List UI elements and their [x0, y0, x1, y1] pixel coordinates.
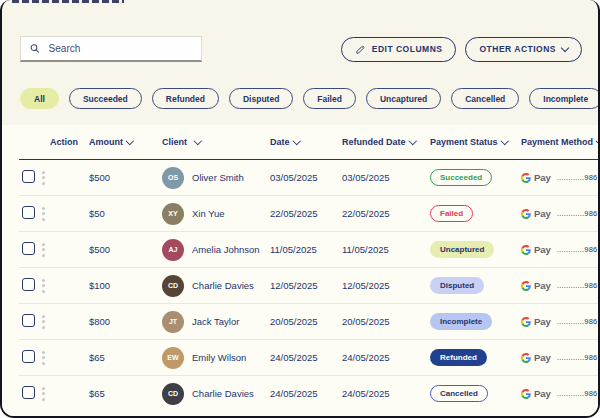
card-digits: ............986	[557, 245, 598, 254]
table-row: $50 XY Xin Yue 22/05/2025 22/05/2025 Fai…	[19, 196, 598, 232]
filter-failed[interactable]: Failed	[303, 88, 356, 109]
card-digits: ............986	[557, 209, 598, 218]
refunded-date-cell: 12/05/2025	[339, 280, 425, 291]
search-box[interactable]	[20, 36, 202, 62]
table-row: $500 AJ Amelia Johnson 11/05/2025 11/05/…	[19, 232, 598, 268]
avatar: AJ	[162, 239, 184, 261]
filter-uncaptured[interactable]: Uncaptured	[366, 88, 441, 109]
sort-chevron-icon	[194, 137, 202, 145]
google-pay-icon	[521, 389, 531, 399]
date-cell: 11/05/2025	[267, 244, 339, 255]
column-header-payment-method[interactable]: Payment Method	[509, 137, 600, 147]
filter-cancelled[interactable]: Cancelled	[451, 88, 519, 109]
refunded-date-cell: 24/05/2025	[339, 388, 425, 399]
card-digits: ............986	[557, 317, 598, 326]
amount-cell: $65	[86, 388, 160, 399]
row-select-checkbox[interactable]	[22, 242, 35, 255]
payment-status-cell: Cancelled	[425, 385, 509, 402]
status-badge: Succeeded	[430, 169, 492, 186]
payment-method-cell: Pay ............986	[509, 388, 598, 399]
gpay-label: Pay	[534, 172, 551, 183]
payment-method-cell: Pay ............986	[509, 208, 598, 219]
column-header-client[interactable]: Client	[160, 137, 267, 147]
client-name: Oliver Smith	[192, 172, 244, 183]
avatar: OS	[162, 167, 184, 189]
filter-refunded[interactable]: Refunded	[152, 88, 219, 109]
row-select-checkbox[interactable]	[22, 386, 35, 399]
filter-disputed[interactable]: Disputed	[229, 88, 293, 109]
row-select-checkbox[interactable]	[22, 206, 35, 219]
amount-cell: $65	[86, 352, 160, 363]
amount-cell: $50	[86, 208, 160, 219]
chevron-down-icon	[561, 43, 569, 51]
row-select-checkbox[interactable]	[22, 350, 35, 363]
row-actions-handle[interactable]	[42, 351, 52, 365]
client-cell: AJ Amelia Johnson	[160, 239, 267, 261]
gpay-label: Pay	[534, 352, 551, 363]
row-select-checkbox[interactable]	[22, 170, 35, 183]
date-cell: 24/05/2025	[267, 352, 339, 363]
avatar: CD	[162, 275, 184, 297]
row-actions-handle[interactable]	[42, 315, 52, 329]
gpay-label: Pay	[534, 388, 551, 399]
search-input[interactable]	[47, 42, 192, 55]
column-header-payment-status[interactable]: Payment Status	[425, 137, 509, 147]
sort-chevron-icon	[408, 137, 416, 145]
payments-table-section: Action Amount Client Date Refunded Date …	[2, 125, 598, 416]
filter-bar: All Succeeded Refunded Disputed Failed U…	[20, 88, 600, 109]
column-header-refunded-date[interactable]: Refunded Date	[339, 137, 425, 147]
status-badge: Failed	[430, 205, 473, 222]
client-name: Xin Yue	[192, 208, 225, 219]
card-digits: ............986	[557, 353, 598, 362]
table-row: $800 JT Jack Taylor 20/05/2025 20/05/202…	[19, 304, 598, 340]
gpay-label: Pay	[534, 316, 551, 327]
payment-status-cell: Succeeded	[425, 169, 509, 186]
payment-method-cell: Pay ............986	[509, 244, 598, 255]
pencil-icon	[355, 44, 366, 55]
payment-method-cell: Pay ............986	[509, 280, 598, 291]
google-pay-icon	[521, 245, 531, 255]
filter-all[interactable]: All	[20, 88, 59, 109]
row-actions-handle[interactable]	[42, 243, 52, 257]
table-header: Action Amount Client Date Refunded Date …	[19, 125, 598, 160]
refunded-date-cell: 11/05/2025	[339, 244, 425, 255]
card-digits: ............986	[557, 173, 598, 182]
sort-chevron-icon	[596, 137, 600, 145]
filter-incomplete[interactable]: Incomplete	[529, 88, 600, 109]
edit-columns-label: EDIT COLUMNS	[372, 44, 443, 54]
refunded-date-cell: 22/05/2025	[339, 208, 425, 219]
row-actions-handle[interactable]	[42, 279, 52, 293]
payments-panel: EDIT COLUMNS OTHER ACTIONS All Succeeded…	[0, 0, 600, 418]
amount-cell: $800	[86, 316, 160, 327]
row-select-checkbox[interactable]	[22, 314, 35, 327]
column-header-amount[interactable]: Amount	[86, 137, 160, 147]
toolbar-buttons: EDIT COLUMNS OTHER ACTIONS	[341, 37, 582, 62]
date-cell: 03/05/2025	[267, 172, 339, 183]
payment-method-cell: Pay ............986	[509, 352, 598, 363]
status-badge: Cancelled	[430, 385, 488, 402]
status-badge: Incomplete	[430, 313, 492, 330]
client-cell: CD Charlie Davies	[160, 383, 267, 405]
status-badge: Disputed	[430, 277, 484, 294]
edit-columns-button[interactable]: EDIT COLUMNS	[341, 37, 457, 62]
payment-method-cell: Pay ............986	[509, 172, 598, 183]
avatar: JT	[162, 311, 184, 333]
client-name: Jack Taylor	[192, 316, 239, 327]
other-actions-button[interactable]: OTHER ACTIONS	[465, 37, 582, 62]
row-select-checkbox[interactable]	[22, 278, 35, 291]
row-actions-handle[interactable]	[42, 171, 52, 185]
google-pay-icon	[521, 209, 531, 219]
column-header-date[interactable]: Date	[267, 137, 339, 147]
client-name: Charlie Davies	[192, 280, 254, 291]
gpay-label: Pay	[534, 244, 551, 255]
client-cell: JT Jack Taylor	[160, 311, 267, 333]
row-actions-handle[interactable]	[42, 387, 52, 401]
card-digits: ............986	[557, 281, 598, 290]
row-actions-handle[interactable]	[42, 207, 52, 221]
filter-succeeded[interactable]: Succeeded	[69, 88, 142, 109]
payment-status-cell: Failed	[425, 205, 509, 222]
google-pay-icon	[521, 281, 531, 291]
avatar: EW	[162, 347, 184, 369]
amount-cell: $500	[86, 172, 160, 183]
refunded-date-cell: 03/05/2025	[339, 172, 425, 183]
